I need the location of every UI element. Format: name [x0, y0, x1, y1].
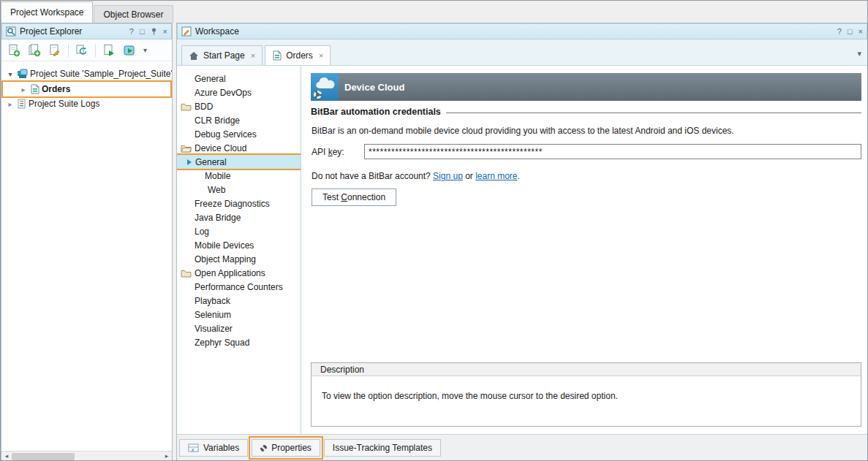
tab-project-workspace-label: Project Workspace	[10, 7, 83, 18]
tree-item-orders-label: Orders	[42, 84, 70, 94]
api-key-input[interactable]	[364, 144, 861, 159]
top-tabbar: Project Workspace Object Browser	[1, 1, 867, 23]
option-item-mobile-devices[interactable]: Mobile Devices	[177, 238, 301, 252]
bitbar-heading-text: BitBar automation credentials	[311, 107, 441, 117]
option-item-device-cloud[interactable]: Device Cloud	[177, 141, 301, 155]
account-prompt-text: Do not have a BitBar account?	[312, 171, 433, 181]
scroll-right-icon[interactable]: ▸	[162, 452, 172, 461]
test-button-post: onnection	[347, 192, 385, 202]
tab-object-browser[interactable]: Object Browser	[94, 5, 173, 23]
option-item-device-cloud-general[interactable]: General	[177, 155, 301, 169]
tab-properties[interactable]: Properties	[252, 439, 320, 457]
tab-start-page[interactable]: Start Page ×	[181, 45, 263, 65]
toolbar-separator	[95, 44, 96, 57]
orders-document-icon	[272, 50, 282, 61]
option-item-azure-devops[interactable]: Azure DevOps	[177, 85, 301, 99]
scroll-left-icon[interactable]: ◂	[1, 452, 12, 461]
option-label: CLR Bridge	[195, 115, 240, 126]
run-project-icon[interactable]	[101, 42, 117, 58]
folder-closed-icon	[181, 269, 192, 278]
home-icon	[189, 51, 199, 61]
close-button[interactable]: ×	[163, 28, 167, 36]
option-item-mobile[interactable]: Mobile	[177, 169, 301, 183]
learn-more-link[interactable]: learn more	[475, 171, 517, 181]
workspace-icon	[181, 26, 192, 37]
option-label: Visualizer	[195, 324, 233, 334]
toolbar-dropdown-icon[interactable]: ▾	[143, 46, 147, 54]
option-label: Playback	[195, 296, 230, 306]
description-panel-header: Description	[312, 363, 861, 376]
help-button[interactable]: ?	[129, 28, 134, 36]
option-label: Selenium	[195, 310, 231, 320]
option-item-java-bridge[interactable]: Java Bridge	[177, 210, 301, 224]
tree-item-project-suite-logs-label: Project Suite Logs	[29, 99, 99, 109]
pin-icon[interactable]	[151, 28, 157, 36]
scrollbar-thumb[interactable]	[12, 453, 75, 460]
bitbar-section-heading: BitBar automation credentials	[311, 107, 861, 117]
option-item-web[interactable]: Web	[177, 183, 301, 197]
folder-open-icon	[181, 144, 192, 153]
help-button[interactable]: ?	[837, 28, 842, 36]
tab-variables-label: Variables	[203, 443, 239, 453]
test-button-accel: C	[341, 192, 347, 202]
option-item-freeze-diagnostics[interactable]: Freeze Diagnostics	[177, 197, 301, 210]
option-label: Debug Services	[195, 129, 257, 140]
maximize-button[interactable]: □	[848, 28, 853, 36]
tab-orders-label: Orders	[286, 50, 313, 61]
tab-close-icon[interactable]: ×	[251, 51, 255, 60]
project-explorer-header: Project Explorer ? □ ×	[1, 23, 172, 39]
run-project-suite-icon[interactable]	[121, 42, 137, 58]
bitbar-intro-text: BitBar is an on-demand mobile device clo…	[312, 126, 861, 136]
option-label: Log	[195, 226, 209, 237]
option-item-log[interactable]: Log	[177, 224, 301, 238]
option-item-selenium[interactable]: Selenium	[177, 308, 301, 321]
project-explorer-title: Project Explorer	[20, 26, 82, 37]
tab-issue-tracking-templates[interactable]: Issue-Tracking Templates	[324, 439, 441, 457]
add-new-item-icon[interactable]	[6, 42, 22, 58]
tree-item-project-suite-logs[interactable]: ▸ Project Suite Logs	[1, 96, 172, 111]
gear-icon	[314, 91, 322, 99]
horizontal-scrollbar[interactable]: ◂ ▸	[1, 451, 172, 461]
option-item-performance-counters[interactable]: Performance Counters	[177, 280, 301, 294]
option-item-object-mapping[interactable]: Object Mapping	[177, 252, 301, 266]
tab-close-icon[interactable]: ×	[319, 51, 323, 60]
tab-orders[interactable]: Orders ×	[265, 45, 331, 65]
add-existing-item-icon[interactable]	[47, 42, 63, 58]
project-explorer-panel: Project Explorer ? □ ×	[1, 23, 173, 461]
option-item-clr-bridge[interactable]: CLR Bridge	[177, 113, 301, 127]
collapsed-icon[interactable]: ▸	[6, 100, 15, 108]
tree-item-orders[interactable]: ▸ Orders	[3, 82, 170, 96]
option-item-zephyr-squad[interactable]: Zephyr Squad	[177, 335, 301, 349]
device-cloud-banner: Device Cloud	[311, 73, 861, 101]
tab-variables[interactable]: x Variables	[179, 439, 248, 457]
sign-up-link[interactable]: Sign up	[433, 171, 463, 181]
option-item-debug-services[interactable]: Debug Services	[177, 127, 301, 141]
tab-list-dropdown-icon[interactable]: ▾	[857, 49, 861, 58]
option-item-visualizer[interactable]: Visualizer	[177, 321, 301, 335]
project-tree: ▾ Project Suite 'Sample_Project_Suite' (…	[1, 62, 172, 451]
expanded-icon[interactable]: ▾	[6, 70, 15, 78]
api-key-label: API key:	[312, 147, 364, 157]
api-key-row: API key:	[312, 144, 861, 159]
or-text: or	[463, 171, 475, 181]
project-explorer-toolbar: ▾	[1, 39, 172, 61]
tab-start-page-label: Start Page	[203, 50, 245, 61]
device-cloud-banner-title: Device Cloud	[344, 82, 404, 93]
tree-item-project-suite[interactable]: ▾ Project Suite 'Sample_Project_Suite' (…	[1, 66, 172, 81]
option-item-open-applications[interactable]: Open Applications	[177, 266, 301, 280]
maximize-button[interactable]: □	[140, 28, 145, 36]
tab-project-workspace[interactable]: Project Workspace	[1, 1, 93, 23]
bottom-tabbar: x Variables Properties Issue-Tracking Te…	[177, 434, 867, 461]
folder-closed-icon	[181, 102, 192, 111]
option-item-playback[interactable]: Playback	[177, 294, 301, 308]
test-connection-button[interactable]: Test Connection	[312, 188, 396, 206]
add-new-project-item-icon[interactable]	[26, 42, 42, 58]
description-panel-body: To view the option description, move the…	[312, 376, 861, 401]
option-item-general[interactable]: General	[177, 72, 301, 85]
option-label: Azure DevOps	[195, 88, 252, 98]
collapsed-icon[interactable]: ▸	[19, 85, 28, 94]
option-item-bdd[interactable]: BDD	[177, 99, 301, 113]
refresh-project-icon[interactable]	[74, 42, 90, 58]
close-button[interactable]: ×	[858, 28, 863, 36]
project-suite-icon	[17, 69, 28, 79]
